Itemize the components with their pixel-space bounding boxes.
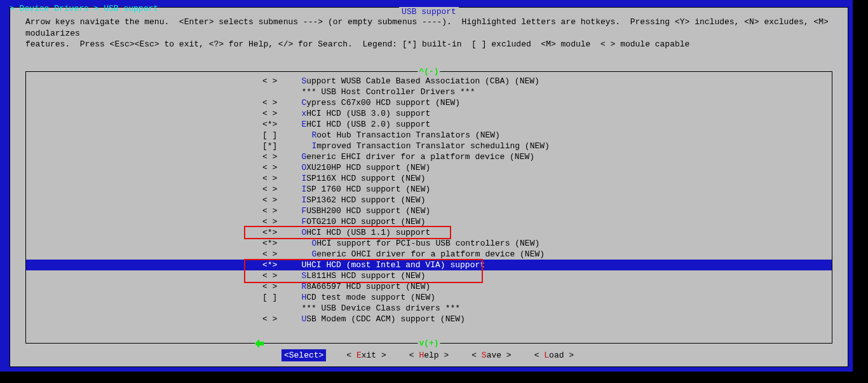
menu-item-label: CD test mode support (NEW) (306, 292, 435, 303)
help-line-1: Arrow keys navigate the menu. <Enter> se… (25, 17, 834, 38)
elect-button[interactable]: <Select> (281, 349, 326, 361)
menu-item[interactable]: < > xHCI HCD (USB 3.0) support (26, 108, 832, 119)
menu-item[interactable]: < > ISP 1760 HCD support (NEW) (26, 184, 832, 195)
page-title: USB support (399, 7, 459, 17)
menu-item-label: *** USB Device Class drivers *** (301, 303, 460, 314)
menu-item[interactable]: <*> UHCI HCD (most Intel and VIA) suppor… (26, 260, 832, 270)
hotkey-letter: I (301, 184, 306, 195)
menu-item[interactable]: < > FOTG210 HCD support (NEW) (26, 216, 832, 227)
config-bracket: [ ] (262, 130, 287, 141)
menu-item-label: eneric EHCI driver for a platform device… (306, 151, 534, 162)
scroll-down-indicator[interactable]: v(+) (417, 338, 440, 348)
menu-item[interactable]: <*> OHCI HCD (USB 1.1) support (26, 227, 832, 238)
menu-item-label: HCI support for PCI-bus USB controllers … (316, 238, 539, 249)
menu-item[interactable]: < > ISP1362 HCD support (NEW) (26, 195, 832, 205)
config-bracket: < > (262, 162, 287, 173)
menu-item-label: ypress C67x00 HCD support (NEW) (306, 97, 460, 108)
menu-item[interactable]: < > Cypress C67x00 HCD support (NEW) (26, 97, 832, 108)
menu-item-label: SP1362 HCD support (NEW) (306, 195, 425, 205)
menu-item[interactable]: < > FUSBH200 HCD support (NEW) (26, 205, 832, 216)
menu-item-label: SP116X HCD support (NEW) (306, 173, 425, 184)
menu-item[interactable]: <*> EHCI HCD (USB 2.0) support (26, 119, 832, 130)
menu-item-label: HCI HCD (USB 3.0) support (306, 108, 430, 119)
menu-item-label: SB Modem (CDC ACM) support (NEW) (306, 314, 465, 324)
button-bar: <Select>< Exit >< Help >< Save >< Load > (10, 349, 848, 361)
menu-item[interactable]: < > R8A66597 HCD support (NEW) (26, 281, 832, 292)
menu-list-frame: ^(-) < > Support WUSB Cable Based Associ… (25, 71, 832, 344)
outer-frame: > Device Drivers > USB support USB suppo… (0, 0, 853, 372)
config-bracket: <*> (262, 260, 287, 270)
config-bracket: <*> (262, 119, 287, 130)
hotkey-letter: I (301, 195, 306, 205)
hotkey-letter: O (311, 238, 316, 249)
hotkey-letter: G (311, 249, 316, 260)
hotkey-letter: I (311, 141, 316, 151)
ave-button[interactable]: < Save > (469, 349, 513, 361)
config-bracket: <*> (262, 238, 287, 249)
config-bracket: < > (262, 184, 287, 195)
menu-item[interactable]: < > Generic OHCI driver for a platform d… (26, 249, 832, 260)
menu-item-label: SP 1760 HCD support (NEW) (306, 184, 430, 195)
config-bracket: < > (262, 195, 287, 205)
menu-item[interactable]: < > Generic EHCI driver for a platform d… (26, 151, 832, 162)
config-bracket: < > (262, 97, 287, 108)
menu-list[interactable]: < > Support WUSB Cable Based Association… (26, 72, 832, 328)
config-bracket: < > (262, 173, 287, 184)
config-bracket: < > (262, 151, 287, 162)
oad-button[interactable]: < Load > (532, 349, 576, 361)
menu-item-label: *** USB Host Controller Drivers *** (301, 87, 475, 97)
hotkey-letter: F (301, 205, 306, 216)
menu-item-label: upport WUSB Cable Based Association (CBA… (306, 76, 539, 87)
config-bracket: < > (262, 76, 287, 87)
hotkey-letter: E (301, 119, 306, 130)
hotkey-letter: G (301, 151, 306, 162)
hotkey-letter: S (301, 76, 306, 87)
hotkey-letter: H (301, 292, 306, 303)
hotkey-letter: U (301, 260, 306, 270)
menu-item[interactable]: [ ] Root Hub Transaction Translators (NE… (26, 130, 832, 141)
menu-item-label: XU210HP HCD support (NEW) (306, 162, 430, 173)
config-bracket: [*] (262, 141, 287, 151)
menu-item[interactable]: < > Support WUSB Cable Based Association… (26, 76, 832, 87)
xit-button[interactable]: < Exit > (344, 349, 388, 361)
menu-item-label: USBH200 HCD support (NEW) (306, 205, 430, 216)
menu-item-label: L811HS HCD support (NEW) (306, 270, 425, 281)
main-panel: USB support Arrow keys navigate the menu… (10, 7, 848, 367)
menu-item[interactable]: < > USB Modem (CDC ACM) support (NEW) (26, 314, 832, 324)
hotkey-letter: S (301, 270, 306, 281)
help-line-2: features. Press <Esc><Esc> to exit, <?> … (25, 39, 689, 49)
menu-item[interactable]: [*] Improved Transaction Translator sche… (26, 141, 832, 151)
menu-item-label: OTG210 HCD support (NEW) (306, 216, 425, 227)
config-bracket: [ ] (262, 292, 287, 303)
elp-button[interactable]: < Help > (407, 349, 451, 361)
breadcrumb: > Device Drivers > USB support (10, 4, 158, 13)
menu-item[interactable]: *** USB Device Class drivers *** (26, 303, 832, 314)
menu-item[interactable]: [ ] HCD test mode support (NEW) (26, 292, 832, 303)
config-bracket: < > (262, 205, 287, 216)
menu-item-label: oot Hub Transaction Translators (NEW) (316, 130, 500, 141)
menu-item-label: HCI HCD (USB 1.1) support (306, 227, 430, 238)
hotkey-letter: C (301, 97, 306, 108)
menu-item-label: HCI HCD (most Intel and VIA) support (306, 260, 485, 270)
menu-item-label: HCI HCD (USB 2.0) support (306, 119, 430, 130)
menu-item[interactable]: < > ISP116X HCD support (NEW) (26, 173, 832, 184)
hotkey-letter: R (301, 281, 306, 292)
config-bracket: < > (262, 216, 287, 227)
config-bracket: < > (262, 270, 287, 281)
menu-item[interactable]: <*> OHCI support for PCI-bus USB control… (26, 238, 832, 249)
menu-item[interactable]: *** USB Host Controller Drivers *** (26, 87, 832, 97)
hotkey-letter: F (301, 216, 306, 227)
menu-item[interactable]: < > SL811HS HCD support (NEW) (26, 270, 832, 281)
config-bracket (262, 303, 287, 314)
hotkey-letter: x (301, 108, 306, 119)
svg-marker-0 (255, 339, 264, 348)
config-bracket (262, 87, 287, 97)
hotkey-letter: R (311, 130, 316, 141)
scroll-up-indicator[interactable]: ^(-) (417, 67, 440, 76)
hotkey-letter: O (301, 162, 306, 173)
config-bracket: < > (262, 108, 287, 119)
menu-item[interactable]: < > OXU210HP HCD support (NEW) (26, 162, 832, 173)
hotkey-letter: I (301, 173, 306, 184)
hotkey-letter: O (301, 227, 306, 238)
scroll-arrow-icon (255, 339, 264, 348)
